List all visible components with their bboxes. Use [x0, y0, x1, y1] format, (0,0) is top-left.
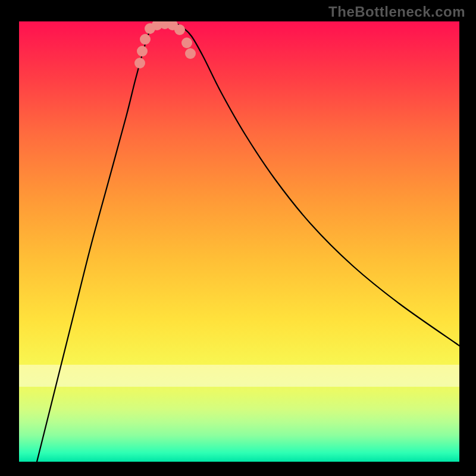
marker-dot — [137, 46, 148, 57]
marker-dot — [185, 48, 196, 59]
curve-layer — [19, 21, 459, 462]
bottleneck-curve — [37, 23, 459, 462]
watermark: TheBottleneck.com — [328, 4, 465, 20]
marker-dot — [134, 58, 145, 68]
highlight-markers — [134, 21, 196, 68]
marker-dot — [181, 37, 192, 48]
marker-dot — [174, 24, 185, 35]
plot-area — [19, 21, 459, 462]
chart-frame: TheBottleneck.com — [0, 0, 476, 476]
marker-dot — [140, 34, 151, 45]
